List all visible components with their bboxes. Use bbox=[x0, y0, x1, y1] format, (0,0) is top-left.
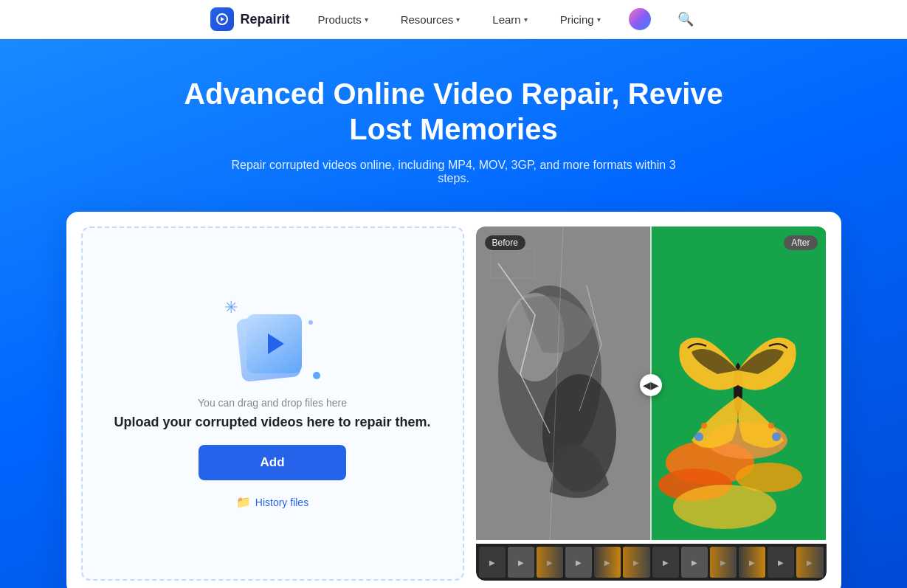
before-label: Before bbox=[485, 235, 525, 250]
upload-area[interactable]: ✳ You can drag and drop files here Uploa… bbox=[81, 226, 464, 581]
nav-pricing[interactable]: Pricing ▾ bbox=[556, 10, 605, 29]
dot-small-decoration bbox=[308, 320, 313, 325]
divider-handle[interactable]: ◀▶ bbox=[640, 374, 662, 396]
svg-point-12 bbox=[673, 485, 776, 529]
film-frame bbox=[508, 547, 534, 578]
play-icon bbox=[268, 333, 284, 354]
history-files-link[interactable]: 📁 History files bbox=[236, 495, 308, 509]
upload-instruction: Upload your corrupted videos here to rep… bbox=[114, 415, 430, 430]
hero-title: Advanced Online Video Repair, Revive Los… bbox=[159, 76, 749, 147]
film-frame bbox=[739, 547, 765, 578]
avatar[interactable] bbox=[629, 8, 651, 30]
chevron-down-icon: ▾ bbox=[365, 15, 368, 24]
preview-before bbox=[476, 226, 652, 544]
nav-products[interactable]: Products ▾ bbox=[313, 10, 372, 29]
nav-learn[interactable]: Learn ▾ bbox=[488, 10, 531, 29]
chevron-down-icon: ▾ bbox=[597, 15, 601, 24]
nav-resources[interactable]: Resources ▾ bbox=[396, 10, 465, 29]
film-frame bbox=[537, 547, 563, 578]
film-frame bbox=[796, 547, 823, 578]
upload-illustration: ✳ bbox=[224, 298, 320, 379]
svg-point-17 bbox=[768, 423, 774, 429]
svg-point-14 bbox=[694, 432, 703, 441]
main-card: ✳ You can drag and drop files here Uploa… bbox=[66, 212, 841, 588]
drag-drop-text: You can drag and drop files here bbox=[198, 397, 347, 409]
film-frame bbox=[479, 547, 506, 578]
after-image bbox=[651, 226, 826, 540]
film-frame bbox=[681, 547, 708, 578]
chevron-down-icon: ▾ bbox=[456, 15, 460, 24]
add-button[interactable]: Add bbox=[199, 445, 346, 480]
svg-point-16 bbox=[701, 423, 707, 429]
film-frame bbox=[652, 547, 679, 578]
logo-icon bbox=[210, 7, 234, 31]
navbar: Repairit Products ▾ Resources ▾ Learn ▾ … bbox=[0, 0, 907, 39]
preview-area: Before After ◀▶ bbox=[476, 226, 827, 581]
logo[interactable]: Repairit bbox=[210, 7, 289, 31]
film-frame bbox=[768, 547, 794, 578]
after-label: After bbox=[784, 235, 817, 250]
film-frame bbox=[565, 547, 592, 578]
film-frame bbox=[594, 547, 621, 578]
hero-subtitle: Repair corrupted videos online, includin… bbox=[225, 159, 683, 185]
filmstrip bbox=[476, 544, 827, 581]
film-frame bbox=[710, 547, 737, 578]
history-icon: 📁 bbox=[236, 495, 251, 509]
logo-text: Repairit bbox=[240, 12, 289, 27]
preview-after bbox=[651, 226, 827, 544]
svg-point-15 bbox=[772, 432, 781, 441]
hero-section: Advanced Online Video Repair, Revive Los… bbox=[0, 39, 907, 588]
star-icon: ✳ bbox=[224, 298, 238, 317]
chevron-down-icon: ▾ bbox=[524, 15, 528, 24]
search-icon[interactable]: 🔍 bbox=[675, 8, 697, 30]
before-image bbox=[476, 226, 651, 540]
dot-decoration bbox=[313, 372, 320, 379]
preview-image-container: Before After ◀▶ bbox=[476, 226, 827, 544]
film-frame bbox=[623, 547, 649, 578]
file-icon-main bbox=[246, 314, 302, 373]
